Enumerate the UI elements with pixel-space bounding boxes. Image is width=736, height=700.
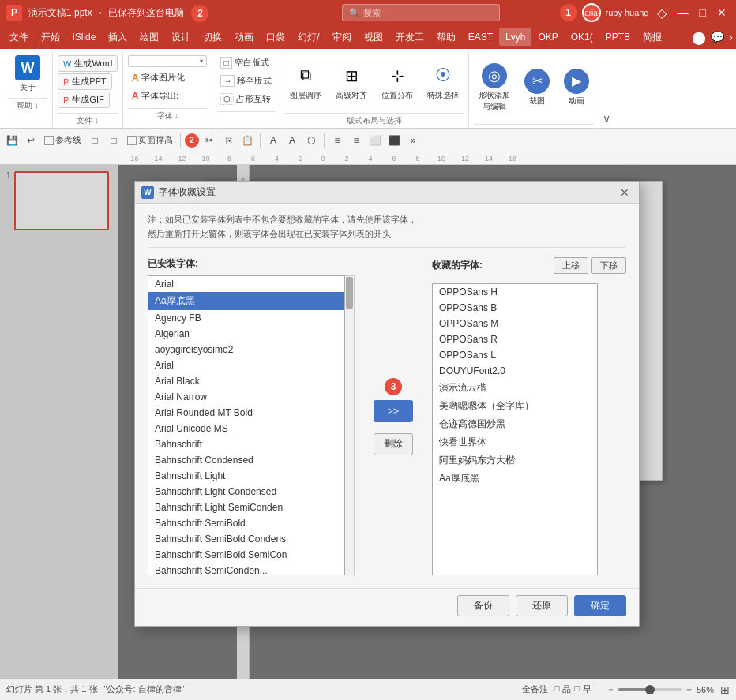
font-color-button[interactable]: A: [265, 132, 282, 149]
menu-draw[interactable]: 绘图: [133, 28, 165, 47]
font-item-aa[interactable]: Aa厚底黑: [148, 292, 344, 310]
view-normal-icon[interactable]: □: [554, 683, 560, 695]
menu-transition[interactable]: 切换: [197, 28, 228, 47]
view-presenter-icon[interactable]: 早: [583, 683, 591, 695]
generate-word-button[interactable]: W 生成Word: [58, 55, 118, 72]
send-backward-button[interactable]: ⬛: [385, 132, 403, 149]
font-item-bahn-light-semi[interactable]: Bahnschrift Light SemiConden: [148, 500, 344, 515]
menu-review[interactable]: 审阅: [326, 28, 358, 47]
font-dropdown[interactable]: ▾: [128, 55, 207, 67]
checkbox2[interactable]: □: [86, 132, 103, 149]
menu-ok1[interactable]: OK1(: [565, 28, 599, 46]
cut-button[interactable]: ✂: [201, 132, 218, 149]
font-item-bahn-condensed[interactable]: Bahnschrift Condensed: [148, 452, 344, 468]
menu-pptb[interactable]: PPTB: [599, 28, 636, 46]
zoom-slider-thumb[interactable]: [645, 685, 655, 694]
generate-gif-button[interactable]: P 生成GIF: [58, 92, 110, 108]
move-down-button[interactable]: 下移: [591, 257, 626, 274]
collected-item-oppo-l[interactable]: OPPOSans L: [433, 347, 597, 363]
special-select-button[interactable]: ⦿ 特殊选择: [422, 60, 464, 104]
menu-islide[interactable]: iSlide: [66, 28, 102, 46]
collected-item-oppo-m[interactable]: OPPOSans M: [433, 316, 597, 331]
scrollbar-thumb[interactable]: [346, 277, 353, 309]
collected-item-douyu[interactable]: DOUYUFont2.0: [433, 363, 597, 379]
font-item-aoya[interactable]: aoyagireisyosimo2: [148, 342, 344, 357]
page-stretch-button[interactable]: 页面撑高: [124, 132, 176, 149]
installed-fonts-listbox[interactable]: Arial Aa厚底黑 Agency FB Algerian aoyagirei…: [148, 275, 345, 575]
installed-scrollbar[interactable]: [345, 275, 355, 575]
animation-button[interactable]: ▶ 动画: [559, 66, 594, 110]
font-item-agency[interactable]: Agency FB: [148, 310, 344, 326]
restore-button[interactable]: 还原: [516, 595, 568, 616]
crop-image-button[interactable]: ✂ 裁图: [520, 66, 554, 110]
zoom-out-button[interactable]: －: [606, 683, 615, 695]
format-button[interactable]: ⬡: [302, 132, 320, 149]
reference-line-checkbox[interactable]: 参考线: [41, 132, 84, 149]
bring-forward-button[interactable]: ⬜: [366, 132, 384, 149]
advanced-align-button[interactable]: ⊞ 高级对齐: [331, 60, 372, 104]
font-item-arial-narrow[interactable]: Arial Narrow: [148, 389, 344, 405]
align-center-button[interactable]: ≡: [347, 132, 365, 149]
dialog-close-button[interactable]: ✕: [617, 185, 633, 200]
checkbox3[interactable]: □: [105, 132, 122, 149]
menu-dev[interactable]: 开发工: [389, 28, 430, 47]
generate-ppt-button[interactable]: P 生成PPT: [58, 73, 112, 90]
notes-label[interactable]: 全备注: [522, 683, 548, 695]
menu-brief[interactable]: 简报: [636, 28, 668, 47]
font-item-bahn-semi-cond[interactable]: Bahnschrift SemiBold Condens: [148, 531, 344, 547]
collected-item-aa-hou[interactable]: Aa厚底黑: [433, 470, 597, 488]
font-item-bahn-semi[interactable]: Bahnschrift SemiBold: [148, 515, 344, 531]
collected-item-阿里妈妈[interactable]: 阿里妈妈东方大楷: [433, 451, 597, 470]
font-item-bahnschrift[interactable]: Bahnschrift: [148, 436, 344, 452]
close-button[interactable]: ✕: [714, 6, 730, 19]
font-export-button[interactable]: A 字体导出:: [128, 88, 207, 103]
add-to-collected-button[interactable]: >>: [374, 400, 413, 422]
move-layout-button[interactable]: → 移至版式: [217, 73, 275, 88]
undo-button[interactable]: ↩: [22, 132, 39, 149]
menu-insert[interactable]: 插入: [102, 28, 133, 47]
view-reading-icon[interactable]: □: [574, 683, 580, 695]
maximize-button[interactable]: □: [697, 6, 709, 19]
menu-animation[interactable]: 动画: [228, 28, 260, 47]
collected-item-oppo-b[interactable]: OPPOSans B: [433, 300, 597, 316]
move-up-button[interactable]: 上移: [554, 257, 588, 274]
font-item-arial-rounded[interactable]: Arial Rounded MT Bold: [148, 405, 344, 421]
font-item-arial2[interactable]: Arial: [148, 357, 344, 373]
menu-help[interactable]: 帮助: [430, 28, 462, 47]
menu-file[interactable]: 文件: [3, 28, 35, 47]
menu-lvyh[interactable]: Lvyh: [499, 28, 531, 46]
shape-add-button[interactable]: ◎ 形状添加与编辑: [474, 60, 515, 115]
menu-pocket[interactable]: 口袋: [260, 28, 291, 47]
layer-order-button[interactable]: ⧉ 图层调序: [285, 60, 326, 104]
font-item-arial-black[interactable]: Arial Black: [148, 373, 344, 389]
font-item-arial-unicode[interactable]: Arial Unicode MS: [148, 421, 344, 436]
menu-east[interactable]: EAST: [462, 28, 499, 46]
menu-start[interactable]: 开始: [35, 28, 66, 47]
collected-item-演示流云楷[interactable]: 演示流云楷: [433, 379, 597, 397]
menu-okp[interactable]: OKP: [531, 28, 564, 46]
zoom-slider[interactable]: [618, 688, 682, 691]
delete-from-collected-button[interactable]: 删除: [374, 433, 413, 455]
highlight-button[interactable]: A: [284, 132, 301, 149]
minimize-button[interactable]: —: [674, 6, 692, 19]
blank-layout-button[interactable]: □ 空白版式: [217, 55, 275, 70]
zoom-control[interactable]: － ＋ 56%: [606, 683, 714, 695]
search-box[interactable]: 🔍 搜索: [342, 4, 500, 21]
font-item-bahn-semi-con[interactable]: Bahnschrift SemiBold SemiCon: [148, 547, 344, 563]
font-item-algerian[interactable]: Algerian: [148, 326, 344, 342]
menu-design[interactable]: 设计: [165, 28, 197, 47]
copy-button[interactable]: ⎘: [220, 132, 237, 149]
collected-fonts-listbox[interactable]: OPPOSans H OPPOSans B OPPOSans M OPPOSan…: [432, 283, 598, 575]
menu-slideshow[interactable]: 幻灯/: [291, 28, 325, 47]
position-distribute-button[interactable]: ⊹ 位置分布: [377, 60, 418, 104]
menu-view[interactable]: 视图: [358, 28, 389, 47]
collected-item-oppo-r[interactable]: OPPOSans R: [433, 331, 597, 347]
fit-icon[interactable]: ⊞: [720, 683, 730, 696]
confirm-button[interactable]: 确定: [574, 595, 626, 616]
font-item-bahn-light-cond[interactable]: Bahnschrift Light Condensed: [148, 484, 344, 500]
collected-item-快看[interactable]: 快看世界体: [433, 433, 597, 451]
ribbon-expand[interactable]: ∨: [599, 52, 614, 128]
about-button[interactable]: W 关于: [8, 52, 47, 96]
align-left-button[interactable]: ≡: [329, 132, 346, 149]
collected-item-oppo-h[interactable]: OPPOSans H: [433, 284, 597, 300]
